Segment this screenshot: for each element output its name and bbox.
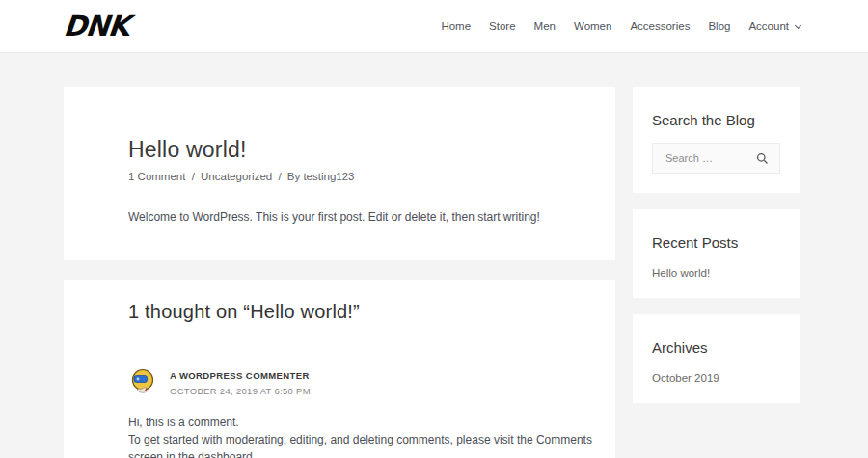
- search-widget-title: Search the Blog: [652, 112, 780, 128]
- nav-item-men[interactable]: Men: [534, 20, 556, 32]
- comment-text-line: To get started with moderating, editing,…: [128, 431, 605, 458]
- archives-title: Archives: [652, 339, 780, 356]
- nav-item-account-label: Account: [748, 20, 789, 32]
- commenter-avatar: [128, 367, 157, 396]
- comments-card: 1 thought on “Hello world!” A WORDPRESS …: [64, 280, 615, 458]
- search-form: [652, 143, 780, 174]
- search-submit-button[interactable]: [754, 150, 771, 167]
- post-title[interactable]: Hello world!: [128, 137, 551, 163]
- nav-item-accessories[interactable]: Accessories: [630, 20, 690, 32]
- comment-item: A WORDPRESS COMMENTER OCTOBER 24, 2019 A…: [128, 367, 551, 458]
- chevron-down-icon: [795, 22, 801, 29]
- post-comments-count-link[interactable]: 1 Comment: [128, 171, 185, 182]
- post-author-link[interactable]: By testing123: [287, 171, 355, 182]
- post-body-text: Welcome to WordPress. This is your first…: [128, 210, 551, 224]
- nav-item-women[interactable]: Women: [574, 20, 611, 32]
- site-logo[interactable]: DNK: [62, 10, 130, 42]
- comment-author-name: A WORDPRESS COMMENTER: [170, 370, 311, 381]
- comment-header: A WORDPRESS COMMENTER OCTOBER 24, 2019 A…: [128, 367, 551, 396]
- search-widget: Search the Blog: [633, 87, 800, 193]
- comment-text-line: Hi, this is a comment.: [128, 414, 605, 431]
- archives-widget: Archives October 2019: [633, 314, 800, 403]
- comment-meta: A WORDPRESS COMMENTER OCTOBER 24, 2019 A…: [170, 367, 311, 396]
- recent-posts-title: Recent Posts: [652, 234, 780, 251]
- meta-separator: /: [278, 171, 281, 182]
- post-category-link[interactable]: Uncategorized: [201, 171, 272, 182]
- main-nav: Home Store Men Women Accessories Blog Ac…: [441, 20, 800, 32]
- search-input[interactable]: [664, 151, 754, 165]
- nav-item-home[interactable]: Home: [441, 20, 471, 32]
- post-card: Hello world! 1 Comment / Uncategorized /…: [64, 87, 615, 260]
- nav-item-account[interactable]: Account: [748, 20, 800, 32]
- post-meta: 1 Comment / Uncategorized / By testing12…: [128, 171, 551, 182]
- primary-column: Hello world! 1 Comment / Uncategorized /…: [64, 87, 615, 458]
- recent-post-link[interactable]: Hello world!: [652, 267, 780, 279]
- nav-item-store[interactable]: Store: [489, 20, 516, 32]
- recent-posts-widget: Recent Posts Hello world!: [633, 209, 800, 298]
- archive-month-link[interactable]: October 2019: [652, 372, 780, 384]
- site-header: DNK Home Store Men Women Accessories Blo…: [0, 0, 868, 53]
- nav-item-blog[interactable]: Blog: [708, 20, 730, 32]
- page-content: Hello world! 1 Comment / Uncategorized /…: [0, 53, 868, 458]
- comments-heading: 1 thought on “Hello world!”: [128, 301, 551, 323]
- search-icon: [756, 152, 769, 165]
- meta-separator: /: [192, 171, 195, 182]
- sidebar: Search the Blog Recent Posts Hello world…: [633, 87, 800, 419]
- comment-body: Hi, this is a comment. To get started wi…: [128, 414, 605, 458]
- comment-date-link[interactable]: OCTOBER 24, 2019 AT 6:50 PM: [170, 386, 311, 396]
